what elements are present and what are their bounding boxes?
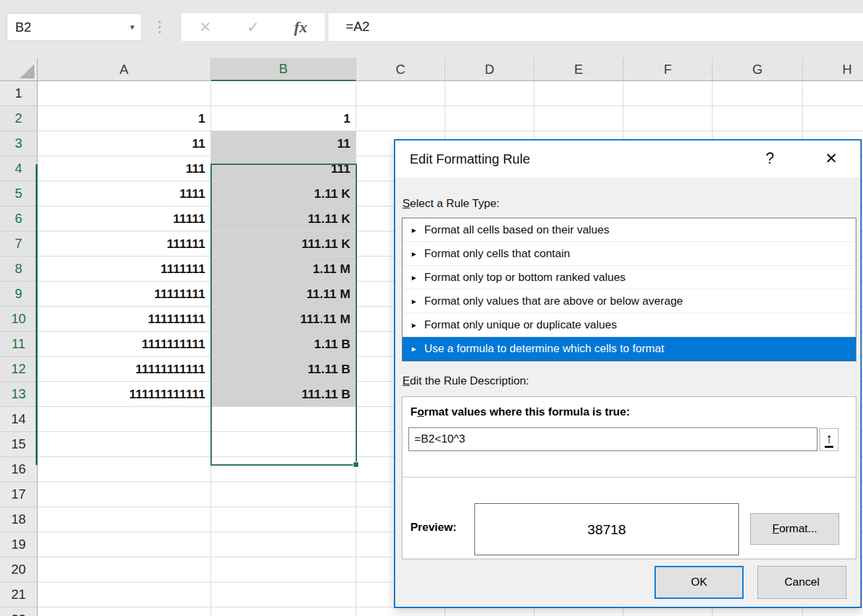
row-header-9[interactable]: 9 — [0, 282, 38, 307]
cell-A4[interactable]: 111 — [38, 156, 211, 181]
name-box-input[interactable] — [7, 14, 119, 40]
help-icon[interactable]: ? — [760, 140, 780, 176]
row-header-5[interactable]: 5 — [0, 181, 38, 206]
cell-A17[interactable] — [38, 482, 211, 507]
cell-E1[interactable] — [534, 81, 623, 106]
column-header-C[interactable]: C — [356, 58, 445, 81]
cell-A8[interactable]: 1111111 — [38, 257, 211, 282]
cell-F1[interactable] — [623, 81, 713, 106]
cell-A2[interactable]: 1 — [38, 106, 211, 131]
cell-A10[interactable]: 111111111 — [38, 307, 211, 332]
row-header-22[interactable]: 22 — [0, 607, 38, 616]
row-header-15[interactable]: 15 — [0, 432, 38, 457]
cell-B3[interactable]: 11 — [211, 131, 356, 156]
cell-A15[interactable] — [38, 432, 211, 457]
cell-B8[interactable]: 1.11 M — [211, 257, 356, 282]
cell-A6[interactable]: 11111 — [38, 206, 211, 231]
cell-F22[interactable] — [623, 607, 713, 616]
cell-H2[interactable] — [803, 106, 863, 131]
rule-type-item-1[interactable]: ►Format only cells that contain — [402, 242, 856, 266]
cell-C22[interactable] — [356, 607, 445, 616]
column-header-H[interactable]: H — [803, 58, 863, 81]
cell-B18[interactable] — [211, 507, 356, 532]
cell-C2[interactable] — [356, 106, 445, 131]
cell-D1[interactable] — [445, 81, 534, 106]
collapse-dialog-button[interactable]: ↑ — [819, 428, 839, 451]
rule-formula-input[interactable] — [408, 427, 817, 451]
cell-A11[interactable]: 1111111111 — [38, 332, 211, 357]
rule-type-item-3[interactable]: ►Format only values that are above or be… — [402, 290, 856, 313]
row-header-6[interactable]: 6 — [0, 206, 38, 231]
rule-type-item-5[interactable]: ►Use a formula to determine which cells … — [402, 337, 856, 361]
cell-G2[interactable] — [713, 106, 803, 131]
fill-handle[interactable] — [353, 462, 359, 468]
cell-B2[interactable]: 1 — [211, 106, 356, 131]
cell-B20[interactable] — [211, 557, 356, 582]
row-header-19[interactable]: 19 — [0, 532, 38, 557]
row-header-20[interactable]: 20 — [0, 557, 38, 582]
cell-B12[interactable]: 11.11 B — [211, 357, 356, 382]
cell-C1[interactable] — [356, 81, 445, 106]
cell-B22[interactable] — [211, 607, 356, 616]
row-header-11[interactable]: 11 — [0, 332, 38, 357]
row-header-13[interactable]: 13 — [0, 382, 38, 407]
select-all-button[interactable] — [0, 58, 38, 81]
cell-A1[interactable] — [38, 81, 211, 106]
formula-bar-handle-icon[interactable]: ⋮ — [153, 13, 166, 41]
column-header-E[interactable]: E — [534, 58, 623, 81]
cell-A16[interactable] — [38, 457, 211, 482]
cell-B1[interactable] — [211, 81, 356, 106]
cell-A14[interactable] — [38, 407, 211, 432]
cell-B10[interactable]: 111.11 M — [211, 307, 356, 332]
rule-type-item-4[interactable]: ►Format only unique or duplicate values — [402, 313, 856, 337]
cell-E22[interactable] — [534, 607, 623, 616]
cell-F2[interactable] — [623, 106, 713, 131]
column-header-D[interactable]: D — [445, 58, 534, 81]
cell-A3[interactable]: 11 — [38, 131, 211, 156]
row-header-12[interactable]: 12 — [0, 357, 38, 382]
cell-H1[interactable] — [803, 81, 863, 106]
rule-type-item-2[interactable]: ►Format only top or bottom ranked values — [402, 266, 856, 290]
row-header-17[interactable]: 17 — [0, 482, 38, 507]
formula-input[interactable] — [329, 13, 863, 40]
row-header-7[interactable]: 7 — [0, 231, 38, 257]
cell-A12[interactable]: 11111111111 — [38, 357, 211, 382]
format-button[interactable]: Format... — [750, 513, 839, 545]
column-header-F[interactable]: F — [623, 58, 713, 81]
row-header-10[interactable]: 10 — [0, 307, 38, 332]
cell-B16[interactable] — [211, 457, 356, 482]
dialog-titlebar[interactable]: Edit Formatting Rule ? ✕ — [395, 140, 860, 177]
row-header-21[interactable]: 21 — [0, 582, 38, 607]
cell-B7[interactable]: 111.11 K — [211, 231, 356, 257]
name-box-dropdown-icon[interactable]: ▼ — [129, 14, 136, 40]
rule-type-item-0[interactable]: ►Format all cells based on their values — [402, 218, 856, 242]
column-header-B[interactable]: B — [211, 58, 356, 81]
cell-B4[interactable]: 111 — [211, 156, 356, 181]
cell-B21[interactable] — [211, 582, 356, 607]
cell-G1[interactable] — [713, 81, 803, 106]
cell-A5[interactable]: 1111 — [38, 181, 211, 206]
cell-H22[interactable] — [803, 607, 863, 616]
cell-A22[interactable] — [38, 607, 211, 616]
row-header-1[interactable]: 1 — [0, 81, 38, 106]
enter-entry-icon[interactable]: ✓ — [234, 14, 271, 40]
cell-B11[interactable]: 1.11 B — [211, 332, 356, 357]
column-header-A[interactable]: A — [38, 58, 211, 81]
row-header-18[interactable]: 18 — [0, 507, 38, 532]
row-header-3[interactable]: 3 — [0, 131, 38, 156]
cell-D2[interactable] — [445, 106, 534, 131]
cell-B6[interactable]: 11.11 K — [211, 206, 356, 231]
cancel-button[interactable]: Cancel — [757, 566, 847, 599]
cell-E2[interactable] — [534, 106, 623, 131]
cell-B13[interactable]: 111.11 B — [211, 382, 356, 407]
cell-A19[interactable] — [38, 532, 211, 557]
formula-input-area[interactable] — [329, 13, 863, 41]
name-box[interactable]: ▼ — [7, 13, 142, 41]
cell-B9[interactable]: 11.11 M — [211, 282, 356, 307]
cell-B14[interactable] — [211, 407, 356, 432]
cell-G22[interactable] — [713, 607, 803, 616]
row-header-16[interactable]: 16 — [0, 457, 38, 482]
cell-B5[interactable]: 1.11 K — [211, 181, 356, 206]
cell-B19[interactable] — [211, 532, 356, 557]
cell-A18[interactable] — [38, 507, 211, 532]
